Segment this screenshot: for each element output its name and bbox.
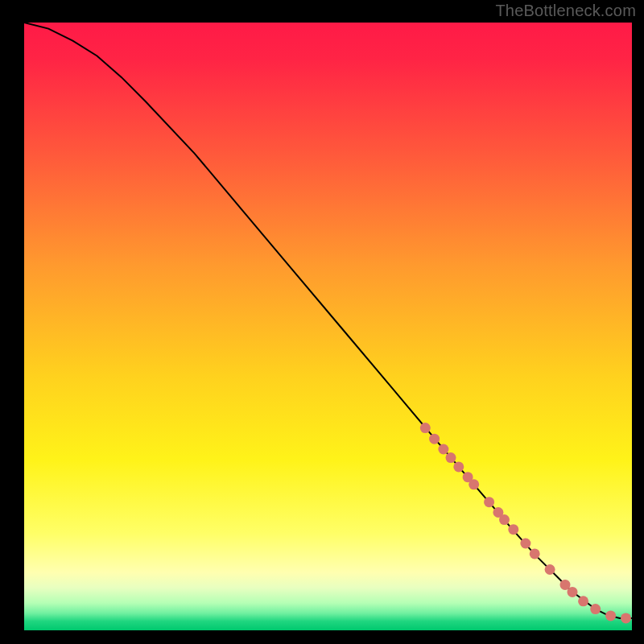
- data-marker: [590, 604, 601, 614]
- data-marker: [545, 564, 555, 575]
- data-marker: [499, 514, 510, 525]
- data-marker: [530, 548, 540, 559]
- plot-background: [24, 23, 632, 630]
- data-marker: [453, 461, 464, 472]
- data-marker: [484, 497, 494, 507]
- data-marker: [578, 596, 588, 606]
- data-marker: [429, 434, 440, 444]
- data-marker: [469, 479, 479, 489]
- data-marker: [438, 444, 448, 455]
- bottleneck-chart: [0, 0, 644, 644]
- data-marker: [605, 610, 616, 621]
- data-marker: [446, 452, 456, 463]
- chart-frame: { "attribution": "TheBottleneck.com", "p…: [0, 0, 644, 644]
- data-marker: [621, 613, 631, 623]
- data-marker: [420, 423, 431, 433]
- data-marker: [568, 587, 578, 597]
- data-marker: [520, 539, 530, 549]
- data-marker: [508, 524, 518, 535]
